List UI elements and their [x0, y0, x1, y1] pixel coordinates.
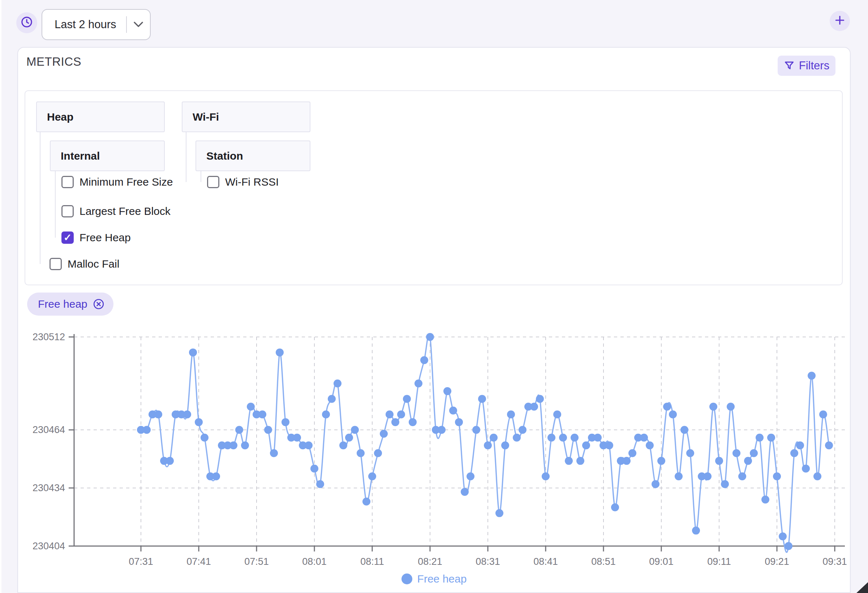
- data-point[interactable]: [357, 449, 365, 457]
- data-point[interactable]: [472, 426, 480, 434]
- checkbox-minimum-free-size[interactable]: [61, 176, 74, 188]
- free-heap-chip[interactable]: Free heap: [27, 293, 114, 316]
- data-point[interactable]: [692, 527, 700, 534]
- data-point[interactable]: [310, 465, 318, 473]
- checkbox-row-minimum-free-size[interactable]: Minimum Free Size: [61, 175, 173, 188]
- data-point[interactable]: [345, 434, 353, 442]
- group-station[interactable]: Station: [195, 140, 310, 171]
- data-point[interactable]: [305, 441, 313, 449]
- data-point[interactable]: [270, 449, 278, 457]
- data-point[interactable]: [807, 372, 816, 380]
- data-point[interactable]: [264, 426, 272, 434]
- data-point[interactable]: [681, 426, 688, 434]
- data-point[interactable]: [594, 434, 602, 442]
- data-point[interactable]: [484, 441, 492, 449]
- data-point[interactable]: [420, 356, 428, 364]
- data-point[interactable]: [380, 430, 388, 438]
- time-range-dropdown[interactable]: Last 2 hours: [41, 9, 151, 40]
- checkbox-row-free-heap[interactable]: Free Heap: [61, 231, 131, 244]
- data-point[interactable]: [351, 426, 359, 434]
- data-point[interactable]: [675, 472, 683, 480]
- data-point[interactable]: [605, 441, 613, 449]
- data-point[interactable]: [368, 472, 376, 480]
- legend-free-heap[interactable]: Free heap: [17, 573, 851, 585]
- group-wifi[interactable]: Wi-Fi: [182, 102, 310, 132]
- data-point[interactable]: [813, 472, 821, 480]
- data-point[interactable]: [709, 403, 717, 411]
- data-point[interactable]: [779, 532, 787, 540]
- chevron-down-icon[interactable]: [127, 22, 150, 28]
- data-point[interactable]: [461, 488, 469, 496]
- data-point[interactable]: [409, 418, 417, 426]
- data-point[interactable]: [195, 418, 203, 426]
- data-point[interactable]: [507, 410, 515, 418]
- data-point[interactable]: [802, 465, 810, 473]
- data-point[interactable]: [490, 434, 497, 442]
- filters-button[interactable]: Filters: [778, 56, 836, 76]
- checkbox-malloc-fail[interactable]: [50, 258, 62, 270]
- data-point[interactable]: [704, 472, 712, 480]
- data-point[interactable]: [166, 457, 174, 465]
- data-point[interactable]: [553, 410, 561, 418]
- add-panel-button[interactable]: [830, 11, 850, 31]
- data-point[interactable]: [576, 457, 584, 465]
- data-point[interactable]: [374, 449, 382, 457]
- data-point[interactable]: [669, 410, 677, 418]
- data-point[interactable]: [247, 403, 255, 411]
- checkbox-row-wifi-rssi[interactable]: Wi-Fi RSSI: [207, 175, 279, 188]
- data-point[interactable]: [542, 472, 550, 480]
- data-point[interactable]: [154, 410, 162, 418]
- data-point[interactable]: [715, 457, 723, 465]
- data-point[interactable]: [686, 449, 694, 457]
- checkbox-largest-free-block[interactable]: [61, 205, 74, 218]
- data-point[interactable]: [732, 449, 740, 457]
- data-point[interactable]: [258, 410, 266, 418]
- data-point[interactable]: [623, 457, 630, 465]
- data-point[interactable]: [721, 480, 729, 488]
- data-point[interactable]: [466, 472, 474, 480]
- data-point[interactable]: [727, 403, 735, 411]
- data-point[interactable]: [201, 434, 208, 442]
- data-point[interactable]: [385, 410, 394, 418]
- data-point[interactable]: [657, 457, 665, 465]
- data-point[interactable]: [495, 509, 503, 517]
- data-point[interactable]: [328, 395, 336, 403]
- group-heap[interactable]: Heap: [36, 102, 165, 132]
- data-point[interactable]: [663, 403, 671, 411]
- data-point[interactable]: [767, 434, 775, 442]
- data-point[interactable]: [322, 410, 330, 418]
- checkbox-row-malloc-fail[interactable]: Malloc Fail: [50, 258, 119, 271]
- data-point[interactable]: [438, 426, 446, 434]
- data-point[interactable]: [536, 395, 544, 403]
- data-point[interactable]: [443, 387, 451, 395]
- data-point[interactable]: [143, 426, 151, 434]
- data-point[interactable]: [750, 449, 758, 457]
- checkbox-wifi-rssi[interactable]: [207, 176, 219, 188]
- data-point[interactable]: [640, 434, 648, 442]
- data-point[interactable]: [362, 498, 371, 506]
- data-point[interactable]: [796, 441, 804, 449]
- data-point[interactable]: [611, 503, 619, 511]
- data-point[interactable]: [756, 434, 763, 442]
- data-point[interactable]: [548, 434, 555, 442]
- data-point[interactable]: [183, 410, 191, 418]
- data-point[interactable]: [559, 434, 567, 442]
- time-range-clock-button[interactable]: [16, 12, 37, 33]
- data-point[interactable]: [293, 434, 301, 442]
- data-point[interactable]: [391, 418, 399, 426]
- checkbox-row-largest-free-block[interactable]: Largest Free Block: [61, 205, 171, 218]
- data-point[interactable]: [282, 418, 289, 426]
- data-point[interactable]: [415, 380, 422, 387]
- data-point[interactable]: [212, 472, 220, 480]
- data-point[interactable]: [235, 426, 243, 434]
- group-internal[interactable]: Internal: [50, 140, 165, 171]
- checkbox-free-heap[interactable]: [61, 231, 74, 244]
- data-point[interactable]: [426, 333, 434, 341]
- data-point[interactable]: [790, 449, 798, 457]
- data-point[interactable]: [316, 480, 324, 488]
- data-point[interactable]: [397, 410, 405, 418]
- data-point[interactable]: [582, 441, 590, 449]
- data-point[interactable]: [403, 395, 411, 403]
- data-point[interactable]: [762, 496, 769, 503]
- data-point[interactable]: [501, 441, 509, 449]
